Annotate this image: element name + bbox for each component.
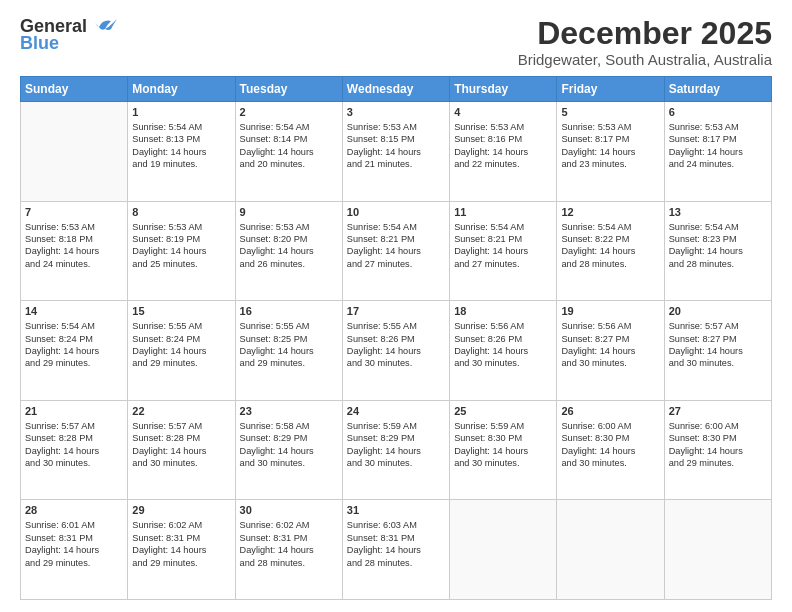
cell-text: Daylight: 14 hours — [25, 445, 123, 457]
day-number: 22 — [132, 404, 230, 419]
calendar-header-row: Sunday Monday Tuesday Wednesday Thursday… — [21, 77, 772, 102]
cell-text: Sunrise: 6:01 AM — [25, 519, 123, 531]
cell-text: and 23 minutes. — [561, 158, 659, 170]
table-row: 9Sunrise: 5:53 AMSunset: 8:20 PMDaylight… — [235, 201, 342, 301]
cell-text: Daylight: 14 hours — [132, 146, 230, 158]
calendar-week-row: 14Sunrise: 5:54 AMSunset: 8:24 PMDayligh… — [21, 301, 772, 401]
cell-text: Daylight: 14 hours — [454, 345, 552, 357]
day-number: 8 — [132, 205, 230, 220]
table-row: 26Sunrise: 6:00 AMSunset: 8:30 PMDayligh… — [557, 400, 664, 500]
cell-text: Sunset: 8:30 PM — [561, 432, 659, 444]
cell-text: Sunrise: 5:56 AM — [561, 320, 659, 332]
day-number: 12 — [561, 205, 659, 220]
cell-text: Sunrise: 5:54 AM — [669, 221, 767, 233]
table-row: 7Sunrise: 5:53 AMSunset: 8:18 PMDaylight… — [21, 201, 128, 301]
day-number: 31 — [347, 503, 445, 518]
table-row — [450, 500, 557, 600]
cell-text: Sunrise: 5:53 AM — [561, 121, 659, 133]
cell-text: Sunset: 8:15 PM — [347, 133, 445, 145]
cell-text: and 29 minutes. — [132, 557, 230, 569]
page: General Blue December 2025 Bridgewater, … — [0, 0, 792, 612]
cell-text: Sunset: 8:21 PM — [347, 233, 445, 245]
day-number: 6 — [669, 105, 767, 120]
cell-text: Sunrise: 5:57 AM — [669, 320, 767, 332]
logo-bird-icon — [91, 17, 117, 37]
table-row: 28Sunrise: 6:01 AMSunset: 8:31 PMDayligh… — [21, 500, 128, 600]
cell-text: Sunset: 8:18 PM — [25, 233, 123, 245]
cell-text: Sunrise: 5:57 AM — [132, 420, 230, 432]
table-row: 4Sunrise: 5:53 AMSunset: 8:16 PMDaylight… — [450, 102, 557, 202]
cell-text: and 30 minutes. — [347, 457, 445, 469]
month-title: December 2025 — [518, 16, 772, 51]
header: General Blue December 2025 Bridgewater, … — [20, 16, 772, 68]
calendar-week-row: 7Sunrise: 5:53 AMSunset: 8:18 PMDaylight… — [21, 201, 772, 301]
calendar-table: Sunday Monday Tuesday Wednesday Thursday… — [20, 76, 772, 600]
table-row: 20Sunrise: 5:57 AMSunset: 8:27 PMDayligh… — [664, 301, 771, 401]
header-wednesday: Wednesday — [342, 77, 449, 102]
cell-text: Sunrise: 5:54 AM — [561, 221, 659, 233]
table-row: 25Sunrise: 5:59 AMSunset: 8:30 PMDayligh… — [450, 400, 557, 500]
cell-text: Sunrise: 5:58 AM — [240, 420, 338, 432]
day-number: 15 — [132, 304, 230, 319]
cell-text: Sunset: 8:27 PM — [561, 333, 659, 345]
table-row: 2Sunrise: 5:54 AMSunset: 8:14 PMDaylight… — [235, 102, 342, 202]
table-row — [664, 500, 771, 600]
day-number: 9 — [240, 205, 338, 220]
cell-text: Sunset: 8:25 PM — [240, 333, 338, 345]
cell-text: Daylight: 14 hours — [240, 544, 338, 556]
cell-text: Sunrise: 5:53 AM — [454, 121, 552, 133]
day-number: 20 — [669, 304, 767, 319]
cell-text: Daylight: 14 hours — [454, 245, 552, 257]
day-number: 29 — [132, 503, 230, 518]
table-row: 15Sunrise: 5:55 AMSunset: 8:24 PMDayligh… — [128, 301, 235, 401]
cell-text: and 30 minutes. — [454, 457, 552, 469]
table-row: 18Sunrise: 5:56 AMSunset: 8:26 PMDayligh… — [450, 301, 557, 401]
cell-text: and 26 minutes. — [240, 258, 338, 270]
cell-text: Sunrise: 5:55 AM — [347, 320, 445, 332]
cell-text: Sunset: 8:22 PM — [561, 233, 659, 245]
table-row: 31Sunrise: 6:03 AMSunset: 8:31 PMDayligh… — [342, 500, 449, 600]
cell-text: Daylight: 14 hours — [669, 445, 767, 457]
table-row: 27Sunrise: 6:00 AMSunset: 8:30 PMDayligh… — [664, 400, 771, 500]
cell-text: Sunrise: 6:02 AM — [240, 519, 338, 531]
table-row: 5Sunrise: 5:53 AMSunset: 8:17 PMDaylight… — [557, 102, 664, 202]
cell-text: and 24 minutes. — [669, 158, 767, 170]
cell-text: Sunset: 8:13 PM — [132, 133, 230, 145]
logo: General Blue — [20, 16, 117, 54]
cell-text: Sunrise: 6:00 AM — [669, 420, 767, 432]
table-row: 21Sunrise: 5:57 AMSunset: 8:28 PMDayligh… — [21, 400, 128, 500]
table-row: 16Sunrise: 5:55 AMSunset: 8:25 PMDayligh… — [235, 301, 342, 401]
cell-text: Sunrise: 5:53 AM — [132, 221, 230, 233]
cell-text: and 28 minutes. — [347, 557, 445, 569]
cell-text: Sunset: 8:14 PM — [240, 133, 338, 145]
cell-text: Daylight: 14 hours — [347, 544, 445, 556]
day-number: 27 — [669, 404, 767, 419]
cell-text: and 30 minutes. — [669, 357, 767, 369]
cell-text: Daylight: 14 hours — [25, 245, 123, 257]
cell-text: and 30 minutes. — [240, 457, 338, 469]
table-row — [557, 500, 664, 600]
table-row: 6Sunrise: 5:53 AMSunset: 8:17 PMDaylight… — [664, 102, 771, 202]
cell-text: Sunrise: 5:53 AM — [25, 221, 123, 233]
cell-text: Sunrise: 5:54 AM — [132, 121, 230, 133]
cell-text: Sunset: 8:31 PM — [240, 532, 338, 544]
cell-text: Sunrise: 5:54 AM — [240, 121, 338, 133]
header-friday: Friday — [557, 77, 664, 102]
table-row: 10Sunrise: 5:54 AMSunset: 8:21 PMDayligh… — [342, 201, 449, 301]
cell-text: Sunset: 8:31 PM — [132, 532, 230, 544]
cell-text: Daylight: 14 hours — [669, 146, 767, 158]
day-number: 3 — [347, 105, 445, 120]
cell-text: Daylight: 14 hours — [240, 146, 338, 158]
cell-text: and 27 minutes. — [454, 258, 552, 270]
cell-text: Sunrise: 6:03 AM — [347, 519, 445, 531]
day-number: 19 — [561, 304, 659, 319]
table-row: 12Sunrise: 5:54 AMSunset: 8:22 PMDayligh… — [557, 201, 664, 301]
cell-text: Daylight: 14 hours — [347, 146, 445, 158]
cell-text: and 30 minutes. — [347, 357, 445, 369]
cell-text: and 24 minutes. — [25, 258, 123, 270]
day-number: 28 — [25, 503, 123, 518]
logo-blue: Blue — [20, 33, 59, 54]
cell-text: Sunset: 8:28 PM — [25, 432, 123, 444]
cell-text: Sunrise: 5:55 AM — [240, 320, 338, 332]
day-number: 10 — [347, 205, 445, 220]
